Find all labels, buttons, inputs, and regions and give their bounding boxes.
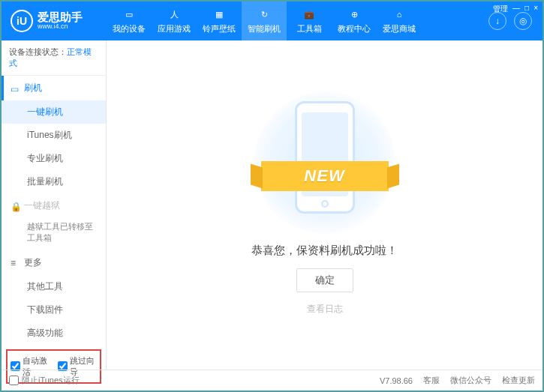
wallpaper-icon: ▦ <box>212 7 226 21</box>
check-update-link[interactable]: 检查更新 <box>502 375 535 386</box>
nav-label: 爱思商城 <box>383 23 416 34</box>
sidebar-section-更多[interactable]: ≡更多 <box>2 250 106 275</box>
tutorial-icon: ⊕ <box>347 7 361 21</box>
toolbox-icon: 💼 <box>302 7 316 21</box>
success-message: 恭喜您，保资料刷机成功啦！ <box>251 244 398 258</box>
window-maximize[interactable]: □ <box>524 4 529 14</box>
wechat-link[interactable]: 微信公众号 <box>450 375 491 386</box>
nav-label: 工具箱 <box>297 23 322 34</box>
window-close[interactable]: × <box>533 4 538 14</box>
success-illustration: NEW <box>269 95 381 230</box>
nav-wallpaper[interactable]: ▦铃声壁纸 <box>197 1 242 40</box>
view-log-link[interactable]: 查看日志 <box>307 303 343 316</box>
conn-label: 设备连接状态： <box>9 47 67 56</box>
nav-phone[interactable]: ▭我的设备 <box>107 1 152 40</box>
nav-store[interactable]: ⌂爱思商城 <box>377 1 422 40</box>
sidebar-section-刷机[interactable]: ▭刷机 <box>2 76 106 100</box>
sidebar-item-iTunes刷机[interactable]: iTunes刷机 <box>2 124 106 147</box>
sidebar-section-label: 更多 <box>24 256 42 269</box>
block-itunes-checkbox[interactable]: 阻止iTunes运行 <box>9 375 80 386</box>
titlebar: iU 爱思助手 www.i4.cn ▭我的设备人应用游戏▦铃声壁纸↻智能刷机💼工… <box>2 1 542 40</box>
main-nav: ▭我的设备人应用游戏▦铃声壁纸↻智能刷机💼工具箱⊕教程中心⌂爱思商城 <box>107 1 488 40</box>
status-bar: 阻止iTunes运行 V7.98.66 客服 微信公众号 检查更新 <box>2 370 542 391</box>
brand-url: www.i4.cn <box>38 23 83 31</box>
nav-apps[interactable]: 人应用游戏 <box>152 1 197 40</box>
sidebar-section-label: 刷机 <box>24 82 42 94</box>
phone-graphic <box>295 101 355 214</box>
customer-service-link[interactable]: 客服 <box>423 375 440 386</box>
sidebar-note: 越狱工具已转移至 工具箱 <box>2 218 106 250</box>
brand-name: 爱思助手 <box>38 11 83 24</box>
sidebar-item-高级功能[interactable]: 高级功能 <box>2 322 106 345</box>
window-manage[interactable]: 管理 <box>493 4 508 14</box>
store-icon: ⌂ <box>392 7 406 21</box>
more-icon: ≡ <box>11 258 20 267</box>
flash-icon: ↻ <box>257 7 271 21</box>
nav-label: 教程中心 <box>338 23 371 34</box>
nav-label: 铃声壁纸 <box>203 23 236 34</box>
nav-flash[interactable]: ↻智能刷机 <box>242 1 287 40</box>
sidebar-item-其他工具[interactable]: 其他工具 <box>2 275 106 298</box>
window-controls: 管理 — □ × <box>488 1 542 16</box>
phone-icon: ▭ <box>11 84 20 93</box>
version-label: V7.98.66 <box>380 376 413 385</box>
sidebar-section-label: 一键越狱 <box>24 199 60 212</box>
confirm-button[interactable]: 确定 <box>296 268 353 292</box>
phone-icon: ▭ <box>122 7 136 21</box>
sidebar: 设备连接状态：正常模式 ▭刷机一键刷机iTunes刷机专业刷机批量刷机🔒一键越狱… <box>2 40 107 370</box>
sidebar-item-批量刷机[interactable]: 批量刷机 <box>2 170 106 193</box>
connection-status: 设备连接状态：正常模式 <box>2 40 106 76</box>
main-content: NEW 恭喜您，保资料刷机成功啦！ 确定 查看日志 <box>107 40 542 370</box>
lock-icon: 🔒 <box>11 202 20 211</box>
window-minimize[interactable]: — <box>512 4 520 14</box>
nav-label: 应用游戏 <box>158 23 191 34</box>
sidebar-item-专业刷机[interactable]: 专业刷机 <box>2 147 106 170</box>
nav-label: 我的设备 <box>113 23 146 34</box>
sidebar-section-一键越狱[interactable]: 🔒一键越狱 <box>2 193 106 218</box>
nav-label: 智能刷机 <box>248 23 281 34</box>
body: 设备连接状态：正常模式 ▭刷机一键刷机iTunes刷机专业刷机批量刷机🔒一键越狱… <box>2 40 542 370</box>
brand: iU 爱思助手 www.i4.cn <box>2 10 107 32</box>
app-window: 管理 — □ × iU 爱思助手 www.i4.cn ▭我的设备人应用游戏▦铃声… <box>0 0 544 392</box>
nav-tutorial[interactable]: ⊕教程中心 <box>332 1 377 40</box>
brand-logo-icon: iU <box>11 10 33 32</box>
new-ribbon: NEW <box>261 161 389 191</box>
sidebar-item-一键刷机[interactable]: 一键刷机 <box>2 100 106 124</box>
sidebar-item-下载固件[interactable]: 下载固件 <box>2 298 106 322</box>
apps-icon: 人 <box>167 7 181 21</box>
nav-toolbox[interactable]: 💼工具箱 <box>287 1 332 40</box>
